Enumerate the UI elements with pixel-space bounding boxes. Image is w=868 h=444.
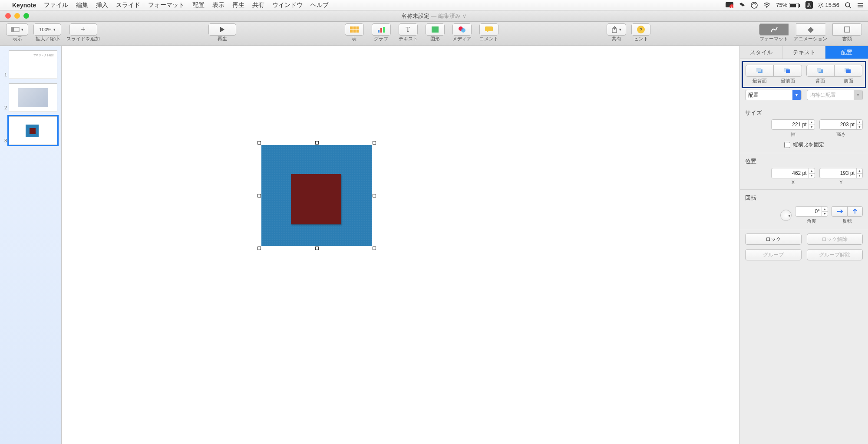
align-dropdown[interactable]: 配置▼	[745, 90, 802, 100]
rotation-dial[interactable]	[780, 210, 792, 221]
status-sync-icon[interactable]	[751, 1, 758, 9]
status-battery[interactable]: 75%	[776, 2, 800, 8]
send-to-back-button[interactable]	[746, 65, 773, 77]
minimize-button[interactable]	[14, 13, 20, 19]
toolbar-text[interactable]: Tテキスト	[399, 23, 418, 42]
menu-insert[interactable]: 挿入	[96, 1, 108, 9]
width-field[interactable]: 221 pt▲▼	[771, 119, 815, 130]
menu-extras-icon[interactable]	[857, 2, 864, 9]
height-label: 高さ	[836, 131, 846, 138]
shape-red-square[interactable]	[291, 174, 341, 224]
toolbar-media[interactable]: メディア	[452, 23, 472, 42]
handle-br[interactable]	[373, 247, 376, 250]
slide-thumb-1[interactable]: 1 プロジェクト紹介	[0, 49, 61, 82]
x-label: X	[792, 180, 795, 185]
status-wifi-icon[interactable]	[763, 2, 771, 9]
toolbar-animation[interactable]: アニメーション	[794, 23, 827, 42]
status-mail-icon[interactable]: 1	[726, 2, 733, 9]
toolbar-format[interactable]: フォーマット	[759, 23, 789, 42]
svg-point-14	[857, 5, 857, 6]
menu-edit[interactable]: 編集	[76, 1, 88, 9]
status-dropbox-icon[interactable]	[739, 2, 746, 9]
spotlight-icon[interactable]	[845, 1, 851, 9]
inspector-tab-style[interactable]: スタイル	[740, 46, 783, 59]
slide-canvas[interactable]	[62, 46, 739, 444]
ungroup-button[interactable]: グループ解除	[807, 249, 863, 260]
toolbar-view[interactable]: ▾ 表示	[6, 23, 28, 42]
y-stepper[interactable]: ▲▼	[856, 168, 862, 178]
status-ime[interactable]: あ	[805, 1, 813, 9]
toolbar-zoom[interactable]: 100%▾ 拡大／縮小	[33, 23, 61, 42]
x-stepper[interactable]: ▲▼	[809, 168, 815, 178]
handle-ml[interactable]	[257, 194, 261, 197]
front-label: 最前面	[774, 78, 802, 84]
slide-thumb-2[interactable]: 2	[0, 82, 61, 115]
unlock-button[interactable]: ロック解除	[807, 234, 863, 245]
menu-format[interactable]: フォーマット	[148, 1, 185, 9]
svg-rect-7	[799, 4, 800, 7]
svg-point-3	[751, 2, 757, 8]
toolbar-table[interactable]: 表	[345, 23, 364, 42]
svg-rect-17	[11, 27, 14, 32]
slide-number: 1	[3, 72, 7, 79]
send-backward-button[interactable]	[806, 65, 834, 77]
slide-thumb-3[interactable]: 3	[0, 115, 61, 148]
handle-tr[interactable]	[373, 141, 376, 145]
svg-rect-24	[383, 27, 385, 33]
toolbar-document[interactable]: 書類	[832, 23, 862, 42]
x-field[interactable]: 462 pt▲▼	[771, 168, 815, 178]
handle-bm[interactable]	[315, 247, 319, 250]
toolbar-share[interactable]: ▾共有	[607, 23, 626, 42]
height-stepper[interactable]: ▲▼	[856, 120, 862, 129]
toolbar-chart[interactable]: グラフ	[372, 23, 391, 42]
height-field[interactable]: 203 pt▲▼	[819, 119, 863, 130]
distribute-dropdown[interactable]: 均等に配置▼	[807, 90, 863, 100]
toolbar-comment[interactable]: コメント	[479, 23, 498, 42]
flip-vertical-button[interactable]	[847, 206, 863, 217]
close-button[interactable]	[5, 13, 11, 19]
menu-file[interactable]: ファイル	[44, 1, 68, 9]
width-stepper[interactable]: ▲▼	[809, 120, 815, 129]
annotation-highlight: 最背面最前面 背面前面	[742, 61, 866, 88]
status-clock[interactable]: 水 15:56	[818, 1, 839, 9]
inspector-tab-arrange[interactable]: 配置	[825, 46, 868, 59]
handle-tl[interactable]	[257, 141, 261, 145]
lock-ratio-checkbox[interactable]	[784, 142, 790, 148]
menu-arrange[interactable]: 配置	[192, 1, 205, 9]
bring-to-front-button[interactable]	[773, 65, 802, 77]
toolbar-add-slide[interactable]: + スライドを追加	[66, 23, 100, 42]
format-icon	[770, 26, 778, 33]
app-name[interactable]: Keynote	[12, 2, 36, 9]
menu-window[interactable]: ウインドウ	[272, 1, 303, 9]
toolbar-hint[interactable]: ?ヒント	[631, 23, 650, 42]
lock-button[interactable]: ロック	[745, 234, 802, 245]
shape-icon	[432, 26, 439, 33]
edited-indicator[interactable]: — 編集済み ∨	[431, 13, 467, 19]
handle-bl[interactable]	[257, 247, 261, 250]
svg-rect-36	[817, 68, 821, 72]
handle-mr[interactable]	[373, 194, 376, 197]
zoom-button[interactable]	[23, 13, 29, 19]
flip-horizontal-button[interactable]	[832, 206, 847, 217]
svg-rect-38	[846, 69, 851, 73]
bring-forward-button[interactable]	[834, 65, 862, 77]
handle-tm[interactable]	[315, 141, 319, 145]
toolbar-play[interactable]: 再生	[208, 23, 236, 42]
angle-stepper[interactable]: ▲▼	[822, 207, 828, 216]
y-field[interactable]: 193 pt▲▼	[819, 168, 863, 178]
svg-point-13	[857, 3, 857, 4]
lock-ratio-label: 縦横比を固定	[793, 141, 824, 148]
play-icon	[219, 26, 225, 33]
menu-share[interactable]: 共有	[252, 1, 264, 9]
document-title[interactable]: 名称未設定 — 編集済み ∨	[401, 12, 467, 20]
menu-view[interactable]: 表示	[212, 1, 224, 9]
menu-play[interactable]: 再生	[232, 1, 244, 9]
toolbar-shape[interactable]: 図形	[426, 23, 445, 42]
angle-field[interactable]: 0°▲▼	[795, 206, 828, 217]
menu-slide[interactable]: スライド	[116, 1, 140, 9]
inspector-tab-text[interactable]: テキスト	[783, 46, 826, 59]
menu-help[interactable]: ヘルプ	[310, 1, 329, 9]
slide-navigator[interactable]: 1 プロジェクト紹介 2 3	[0, 46, 62, 444]
group-button[interactable]: グループ	[745, 249, 802, 260]
view-icon	[11, 26, 20, 33]
